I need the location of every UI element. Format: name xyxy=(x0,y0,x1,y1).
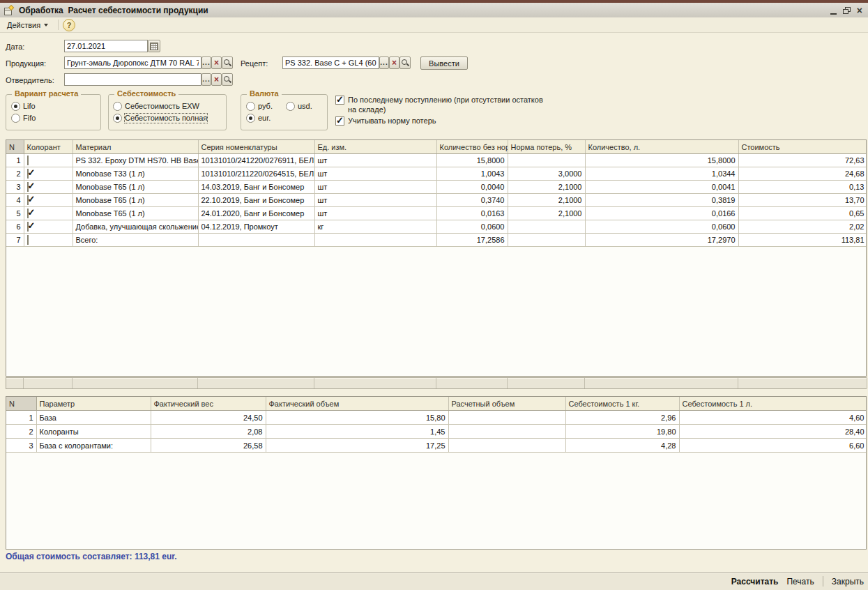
cell-material[interactable]: PS 332. Epoxy DTM HS70. HB Base C (Cl… xyxy=(73,154,198,167)
radio-cost-full[interactable]: Себестоимость полная xyxy=(113,114,207,123)
cell-cost_l[interactable]: 4,60 xyxy=(679,411,867,425)
last-receipt-checkbox[interactable]: По последнему поступлению (при отсутстви… xyxy=(335,95,545,114)
recipe-lookup-button[interactable]: ... xyxy=(379,56,389,69)
cell-material[interactable]: Monobase T33 (1 л) xyxy=(73,167,198,181)
cell-cost_kg[interactable]: 19,80 xyxy=(565,425,679,439)
colorant-checkbox[interactable] xyxy=(27,209,29,218)
cell-series[interactable] xyxy=(198,234,314,247)
cell-calc_volume[interactable] xyxy=(448,411,565,425)
date-input[interactable] xyxy=(64,40,148,52)
cell-n[interactable]: 3 xyxy=(6,181,24,194)
radio-lifo[interactable]: Lifo xyxy=(11,102,36,111)
cell-qty_wo_norm[interactable]: 17,2586 xyxy=(436,234,508,247)
cell-n[interactable]: 3 xyxy=(6,439,36,453)
cell-qty_l[interactable]: 0,0600 xyxy=(585,220,738,234)
product-input[interactable] xyxy=(64,56,201,69)
cell-material[interactable]: Monobase T65 (1 л) xyxy=(73,207,198,220)
hardener-search-button[interactable] xyxy=(222,73,233,86)
product-search-button[interactable] xyxy=(222,56,233,69)
cell-loss_norm[interactable] xyxy=(508,234,585,247)
radio-fifo[interactable]: Fifo xyxy=(11,114,36,123)
colorant-checkbox[interactable] xyxy=(27,195,29,205)
cell-colorant[interactable] xyxy=(24,220,73,234)
product-lookup-button[interactable]: ... xyxy=(201,56,211,69)
calendar-button[interactable] xyxy=(148,40,160,52)
cell-loss_norm[interactable]: 2,1000 xyxy=(508,194,585,207)
cell-series[interactable]: 10131010/241220/0276911, БЕЛЬГИЯ xyxy=(198,154,314,167)
colorant-checkbox[interactable] xyxy=(27,182,29,192)
minimize-icon[interactable] xyxy=(830,6,837,15)
hardener-clear-button[interactable]: × xyxy=(211,73,222,86)
cell-series[interactable]: 22.10.2019, Банг и Бонсомер xyxy=(198,194,314,207)
product-clear-button[interactable]: × xyxy=(211,56,222,69)
cell-loss_norm[interactable] xyxy=(508,154,585,167)
hardener-lookup-button[interactable]: ... xyxy=(201,73,211,86)
cell-qty_wo_norm[interactable]: 0,0040 xyxy=(436,181,508,194)
colorant-checkbox[interactable] xyxy=(27,222,29,232)
print-button[interactable]: Печать xyxy=(786,577,814,587)
radio-usd[interactable]: usd. xyxy=(286,102,312,111)
cell-loss_norm[interactable] xyxy=(508,220,585,234)
actions-menu[interactable]: Действия xyxy=(1,19,54,31)
cell-qty_wo_norm[interactable]: 1,0043 xyxy=(436,167,508,181)
cell-qty_l[interactable]: 15,8000 xyxy=(585,154,738,167)
cell-qty_wo_norm[interactable]: 0,3740 xyxy=(436,194,508,207)
cell-unit[interactable]: шт xyxy=(314,167,436,181)
cell-n[interactable]: 7 xyxy=(6,234,24,247)
cell-qty_l[interactable]: 0,0166 xyxy=(585,207,738,220)
cell-material[interactable]: Всего: xyxy=(73,234,198,247)
cell-fact_weight[interactable]: 24,50 xyxy=(151,411,266,425)
radio-rub[interactable]: руб. xyxy=(246,102,273,111)
cell-colorant[interactable] xyxy=(24,194,73,207)
cell-cost[interactable]: 113,81 xyxy=(738,234,867,247)
cell-qty_l[interactable]: 17,2970 xyxy=(585,234,738,247)
cell-n[interactable]: 4 xyxy=(6,194,24,207)
cell-calc_volume[interactable] xyxy=(448,439,565,453)
cell-fact_volume[interactable]: 17,25 xyxy=(266,439,448,453)
cell-param[interactable]: База xyxy=(36,411,151,425)
cell-loss_norm[interactable]: 3,0000 xyxy=(508,167,585,181)
recipe-search-button[interactable] xyxy=(399,56,411,69)
calculate-button[interactable]: Рассчитать xyxy=(731,577,779,587)
close-form-button[interactable]: Закрыть xyxy=(832,577,864,587)
cell-qty_wo_norm[interactable]: 15,8000 xyxy=(436,154,508,167)
cell-unit[interactable]: шт xyxy=(314,154,436,167)
cell-colorant[interactable] xyxy=(24,167,73,181)
cell-n[interactable]: 2 xyxy=(6,425,36,439)
cell-n[interactable]: 1 xyxy=(6,154,24,167)
cell-series[interactable]: 04.12.2019, Промкоут xyxy=(198,220,314,234)
cell-fact_volume[interactable]: 15,80 xyxy=(266,411,448,425)
radio-cost-exw[interactable]: Себестоимость EXW xyxy=(113,102,199,111)
cell-calc_volume[interactable] xyxy=(448,425,565,439)
cell-qty_l[interactable]: 1,0344 xyxy=(585,167,738,181)
cell-unit[interactable] xyxy=(314,234,436,247)
cell-material[interactable]: Monobase T65 (1 л) xyxy=(73,181,198,194)
cell-loss_norm[interactable]: 2,1000 xyxy=(508,181,585,194)
cell-cost[interactable]: 2,02 xyxy=(738,220,867,234)
cell-n[interactable]: 5 xyxy=(6,207,24,220)
cell-cost_kg[interactable]: 4,28 xyxy=(565,439,679,453)
recipe-input[interactable] xyxy=(282,56,379,69)
cell-unit[interactable]: шт xyxy=(314,181,436,194)
cell-cost_l[interactable]: 6,60 xyxy=(679,439,867,453)
cell-unit[interactable]: шт xyxy=(314,194,436,207)
cell-qty_l[interactable]: 0,3819 xyxy=(585,194,738,207)
cell-fact_volume[interactable]: 1,45 xyxy=(266,425,448,439)
cell-series[interactable]: 14.03.2019, Банг и Бонсомер xyxy=(198,181,314,194)
cell-cost_l[interactable]: 28,40 xyxy=(679,425,867,439)
cell-cost[interactable]: 0,13 xyxy=(738,181,867,194)
cell-loss_norm[interactable]: 2,1000 xyxy=(508,207,585,220)
cell-n[interactable]: 1 xyxy=(6,411,36,425)
cell-colorant[interactable] xyxy=(24,154,73,167)
loss-norm-checkbox[interactable]: Учитывать норму потерь xyxy=(335,116,545,126)
colorant-checkbox[interactable] xyxy=(27,169,29,179)
cell-unit[interactable]: кг xyxy=(314,220,436,234)
cell-cost[interactable]: 72,63 xyxy=(738,154,867,167)
restore-icon[interactable] xyxy=(843,7,851,14)
cell-n[interactable]: 2 xyxy=(6,167,24,181)
hardener-input[interactable] xyxy=(64,73,201,86)
radio-eur[interactable]: eur. xyxy=(246,114,271,123)
cell-n[interactable]: 6 xyxy=(6,220,24,234)
cell-unit[interactable]: шт xyxy=(314,207,436,220)
help-icon[interactable]: ? xyxy=(63,19,75,31)
